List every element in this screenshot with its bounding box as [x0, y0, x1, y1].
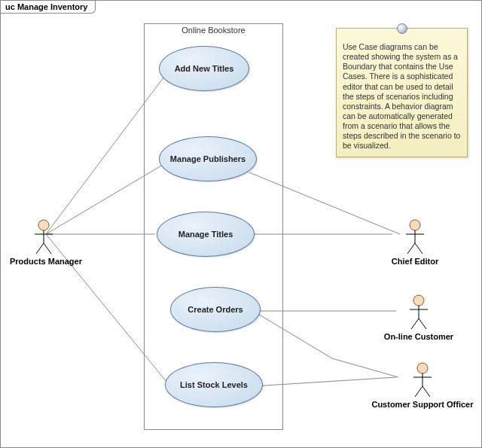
svg-line-29 [423, 386, 430, 397]
actor-customer-support-officer[interactable]: Customer Support Officer [370, 362, 475, 409]
frame-title: uc Manage Inventory [1, 1, 96, 14]
explanatory-note: Use Case diagrams can be created showing… [336, 28, 468, 157]
actor-chief-editor[interactable]: Chief Editor [385, 219, 445, 266]
svg-line-24 [419, 318, 426, 329]
actor-label: Chief Editor [385, 257, 445, 266]
svg-line-19 [415, 243, 423, 254]
diagram-frame: uc Manage Inventory Online Bookstore Add… [0, 0, 482, 448]
actor-products-manager[interactable]: Products Manager [10, 219, 78, 266]
usecase-list-stock-levels[interactable]: List Stock Levels [165, 362, 263, 407]
usecase-label: Manage Publishers [170, 154, 246, 163]
actor-label: On-line Customer [381, 332, 456, 341]
actor-online-customer[interactable]: On-line Customer [381, 294, 456, 341]
usecase-label: Manage Titles [178, 230, 233, 239]
usecase-label: List Stock Levels [180, 380, 248, 389]
usecase-label: Create Orders [188, 305, 243, 314]
boundary-title: Online Bookstore [145, 26, 282, 35]
svg-point-20 [413, 295, 424, 306]
svg-line-28 [415, 386, 423, 397]
svg-line-13 [36, 243, 44, 254]
svg-line-23 [411, 318, 419, 329]
usecase-manage-titles[interactable]: Manage Titles [157, 212, 255, 257]
svg-point-15 [410, 220, 420, 230]
pin-icon [397, 23, 407, 34]
usecase-label: Add New Titles [175, 64, 234, 73]
actor-label: Customer Support Officer [370, 400, 475, 409]
usecase-create-orders[interactable]: Create Orders [170, 287, 261, 332]
actor-label: Products Manager [10, 257, 78, 266]
svg-point-25 [417, 363, 428, 373]
svg-point-10 [38, 220, 49, 230]
svg-line-18 [407, 243, 415, 254]
usecase-add-new-titles[interactable]: Add New Titles [159, 46, 249, 91]
svg-line-14 [44, 243, 51, 254]
note-text: Use Case diagrams can be created showing… [343, 42, 460, 150]
usecase-manage-publishers[interactable]: Manage Publishers [159, 136, 257, 181]
